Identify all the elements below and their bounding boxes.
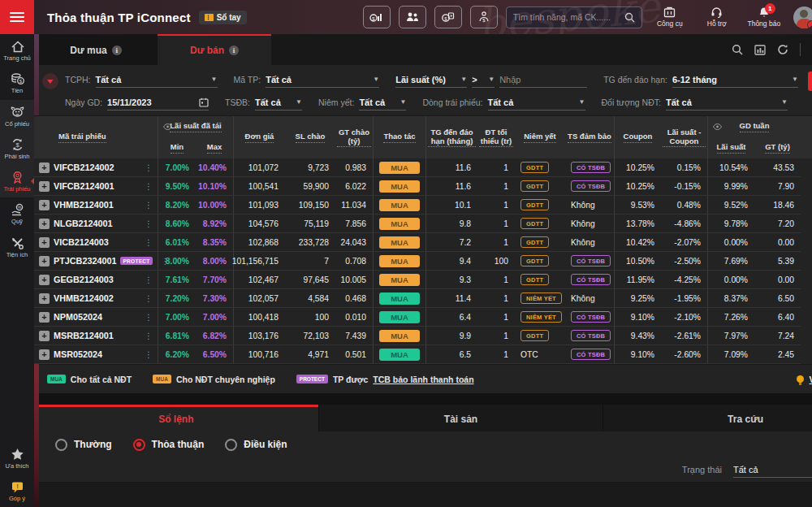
row-menu-icon[interactable]: ⋮ — [140, 294, 158, 303]
user-menu[interactable]: Nguyễn Văn A 105C995188 — [793, 6, 812, 28]
tools-menu[interactable]: Công cụ — [650, 6, 689, 28]
old-version-label: Về phiên bản cũ — [809, 375, 812, 384]
bondline-select[interactable]: Tất cả▼ — [488, 94, 585, 110]
bottom-tab-sổ-lệnh[interactable]: Sổ lệnh — [34, 405, 318, 431]
expand-row-button[interactable]: + — [39, 275, 50, 285]
support-menu[interactable]: Hỗ trợ — [698, 6, 736, 28]
row-menu-icon[interactable]: ⋮ — [140, 219, 158, 228]
sidebar-item-bond[interactable]: Trái phiếu — [0, 165, 34, 197]
expand-row-button[interactable]: + — [39, 237, 50, 248]
buy-button[interactable]: MUA — [379, 330, 420, 342]
search-input[interactable] — [513, 12, 620, 22]
bottom-tab-tài-sản[interactable]: Tài sản — [318, 405, 603, 431]
tsdb-select[interactable]: Tất cả▼ — [255, 94, 302, 110]
info-icon[interactable]: i — [112, 46, 122, 55]
tcph-select[interactable]: Tất cả▼ — [96, 72, 218, 88]
row-menu-icon[interactable]: ⋮ — [140, 201, 158, 210]
value-cell: 7.439 — [335, 327, 373, 345]
search-icon[interactable] — [624, 12, 635, 23]
price-cell: 102,868 — [233, 233, 285, 252]
min-invest-cell: 1 — [477, 158, 515, 177]
bottom-tab-tra-cứu[interactable]: Tra cứu — [603, 405, 812, 431]
row-menu-icon[interactable]: ⋮ — [140, 350, 158, 359]
matp-select[interactable]: Tất cả▼ — [266, 72, 379, 88]
refresh-icon[interactable] — [777, 44, 788, 55]
sidebar-item-coins[interactable]: $Tiền — [0, 67, 34, 99]
buy-button[interactable]: MUA — [379, 274, 420, 286]
order-type-radio[interactable]: Thường — [55, 439, 112, 451]
sidebar-item-derivative[interactable]: $Phái sinh — [0, 132, 34, 165]
rate-type-select[interactable]: Lãi suất (%)▼ — [395, 72, 467, 88]
expand-row-button[interactable]: + — [39, 219, 50, 229]
row-menu-icon[interactable]: ⋮ — [140, 332, 158, 340]
order-type-radio[interactable]: Điều kiện — [225, 439, 287, 451]
week-rate-cell: 7.97% — [707, 327, 754, 345]
filter-apply-button[interactable]: LỌC — [808, 72, 812, 91]
notifications-menu[interactable]: 1 Thông báo — [745, 6, 784, 28]
sidebar-item-stock[interactable]: Cổ phiếu — [0, 100, 34, 132]
listing-badge: GDTT — [520, 218, 549, 229]
row-menu-icon[interactable]: ⋮ — [140, 238, 158, 247]
notebook-badge[interactable]: Sổ tay — [199, 11, 247, 24]
old-version-link[interactable]: Về phiên bản cũ — [797, 375, 812, 384]
buy-button[interactable]: MUA — [379, 199, 420, 211]
sidebar-item-star[interactable]: Ưa thích — [0, 442, 34, 474]
expand-row-button[interactable]: + — [39, 200, 50, 210]
community-icon[interactable] — [399, 6, 426, 28]
row-menu-icon[interactable]: ⋮ — [140, 182, 158, 191]
trade-date-picker[interactable]: 15/11/2023 — [107, 94, 209, 110]
notification-count-badge: 1 — [765, 3, 775, 14]
collapse-filters-icon[interactable]: ▾ — [42, 73, 58, 89]
row-menu-icon[interactable]: ⋮ — [140, 313, 158, 322]
listing-cell: GDTT — [515, 252, 565, 271]
expand-row-button[interactable]: + — [39, 293, 50, 304]
legend-link[interactable]: TCB bảo lãnh thanh toán — [373, 375, 473, 384]
eye-icon[interactable] — [713, 124, 722, 130]
table-search-icon[interactable] — [732, 44, 743, 55]
expand-row-button[interactable]: + — [39, 162, 50, 173]
info-icon[interactable]: i — [229, 46, 239, 55]
buy-button[interactable]: MUA — [379, 255, 420, 267]
rate-input[interactable] — [499, 72, 587, 88]
max-rate-cell: 8.00% — [196, 252, 233, 271]
sidebar-item-fund[interactable]: %Quỹ — [0, 197, 34, 230]
expand-row-button[interactable]: + — [39, 312, 50, 323]
tab-du-mua[interactable]: Dư mua i — [34, 34, 158, 65]
rate-minus-coupon-cell: -2.50% — [661, 252, 707, 271]
rate-minus-coupon-cell: 0.15% — [661, 158, 707, 177]
rate-operator-select[interactable]: >▼ — [472, 72, 495, 88]
expand-row-button[interactable]: + — [39, 256, 50, 266]
filter-matp: Mã TP: Tất cả▼ — [234, 72, 380, 88]
expand-row-button[interactable]: + — [39, 349, 50, 360]
collateral-cell: CÓ TSĐB — [565, 271, 614, 289]
buy-button[interactable]: MUA — [379, 162, 420, 174]
row-menu-icon[interactable]: ⋮ — [140, 163, 158, 172]
expand-row-button[interactable]: + — [39, 331, 50, 341]
buy-button[interactable]: MUA — [379, 349, 420, 361]
buy-button[interactable]: MUA — [379, 218, 420, 230]
listing-badge: GDTT — [520, 274, 549, 285]
expand-row-button[interactable]: + — [39, 181, 50, 192]
eye-icon[interactable] — [163, 124, 172, 130]
listing-select[interactable]: Tất cả▼ — [359, 94, 406, 110]
menu-toggle-icon[interactable] — [0, 0, 34, 34]
buy-button[interactable]: MUA — [379, 311, 420, 323]
chart-icon[interactable] — [754, 45, 766, 55]
row-menu-icon[interactable]: ⋮ — [140, 275, 158, 284]
sidebar-item-utility[interactable]: Tiện ích — [0, 231, 34, 263]
price-cell: 100,418 — [233, 308, 285, 327]
order-type-radio[interactable]: Thỏa thuận — [133, 439, 205, 451]
avatar — [793, 6, 812, 28]
tab-du-ban[interactable]: Dư bán i — [158, 34, 271, 65]
buy-button[interactable]: MUA — [379, 292, 420, 305]
maturity-select[interactable]: 6-12 tháng▼ — [672, 72, 798, 88]
status-select[interactable]: Tất cả▼ — [733, 462, 812, 478]
media-icon[interactable]: $ — [434, 6, 462, 28]
buy-button[interactable]: MUA — [379, 180, 420, 193]
sidebar-item-feedback[interactable]: !Góp ý — [0, 474, 34, 507]
sidebar-item-home[interactable]: Trang chủ — [0, 34, 34, 67]
market-data-icon[interactable]: $ — [363, 6, 391, 28]
advisory-icon[interactable]: $ — [470, 6, 498, 28]
investor-select[interactable]: Tất cả▼ — [666, 94, 788, 110]
buy-button[interactable]: MUA — [379, 236, 420, 249]
